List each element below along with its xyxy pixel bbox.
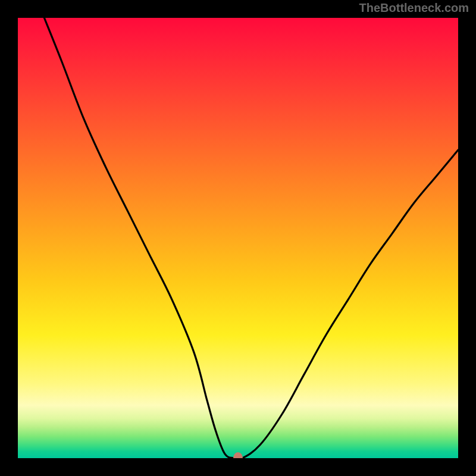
bottleneck-curve [44,18,458,458]
chart-container: TheBottleneck.com [0,0,476,476]
watermark-text: TheBottleneck.com [359,1,469,15]
plot-area [18,18,458,458]
curve-svg [18,18,458,458]
